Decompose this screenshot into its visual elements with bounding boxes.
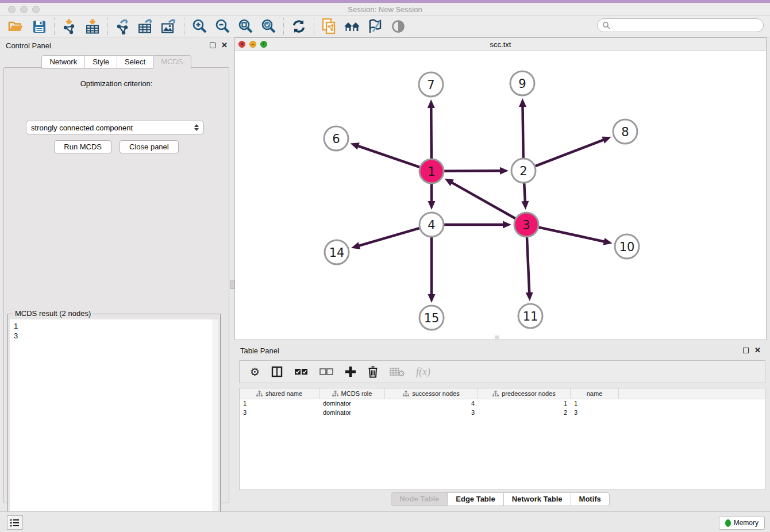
graph-node-10[interactable]: 10	[615, 234, 639, 259]
graph-node-14[interactable]: 14	[325, 240, 349, 264]
table-row[interactable]: 3dominator323	[240, 408, 765, 418]
table-cell[interactable]: 2	[478, 408, 571, 418]
table-cell[interactable]: 3	[240, 408, 319, 418]
hierarchy-icon	[256, 391, 263, 397]
graph-edge-2-3[interactable]	[524, 183, 525, 203]
export-table-button[interactable]	[134, 17, 157, 36]
graph-edge-3-1[interactable]	[451, 182, 515, 219]
graph-node-3[interactable]: 3	[514, 213, 538, 237]
table-cell[interactable]: 1	[478, 399, 571, 408]
table-cell[interactable]: 3	[385, 408, 478, 418]
table-cell[interactable]: 3	[571, 408, 619, 418]
table-header-row: shared nameMCDS rolesuccessor nodesprede…	[240, 388, 765, 399]
pane-splitter-handle[interactable]	[230, 280, 234, 289]
column-header-predecessor-nodes[interactable]: predecessor nodes	[478, 388, 571, 399]
network-from-selection-button[interactable]	[318, 17, 341, 36]
export-network-button[interactable]	[111, 17, 134, 36]
mcds-result-list[interactable]: 1 3	[10, 319, 218, 528]
memory-button[interactable]: Memory	[719, 516, 765, 530]
column-header-name[interactable]: name	[571, 388, 619, 399]
mcds-result-group: MCDS result (2 nodes) 1 3	[7, 314, 221, 530]
graph-node-6[interactable]: 6	[324, 126, 348, 151]
result-scrollbar[interactable]	[213, 319, 218, 528]
home-button[interactable]	[341, 17, 364, 36]
tab-network-table[interactable]: Network Table	[503, 492, 571, 506]
graph-edge-arrowhead	[521, 201, 529, 210]
table-cell[interactable]: 4	[385, 399, 478, 408]
run-mcds-button[interactable]: Run MCDS	[54, 140, 111, 153]
table-cell[interactable]: 1	[240, 399, 319, 408]
delete-column-button[interactable]	[368, 363, 378, 380]
search-input[interactable]	[610, 20, 763, 31]
table-cell[interactable]: 1	[571, 399, 619, 408]
float-panel-icon[interactable]	[210, 43, 215, 48]
graph-node-9[interactable]: 9	[510, 71, 534, 95]
create-column-button[interactable]	[345, 363, 356, 380]
close-panel-icon[interactable]: ✕	[754, 348, 761, 353]
graph-edge-3-11[interactable]	[527, 237, 529, 294]
canvas-resize-handle[interactable]	[495, 336, 499, 339]
import-network-icon	[61, 18, 78, 34]
table-panel-header: Table Panel ✕	[234, 342, 767, 358]
show-columns-button[interactable]	[271, 363, 283, 380]
table-row[interactable]: 1dominator411	[240, 399, 765, 408]
graph-node-4[interactable]: 4	[419, 213, 444, 237]
zoom-selected-button[interactable]	[257, 17, 280, 36]
import-table-icon	[85, 18, 100, 34]
unselect-all-button[interactable]	[319, 363, 333, 380]
zoom-out-button[interactable]	[211, 17, 234, 36]
graph-node-11[interactable]: 11	[518, 304, 542, 328]
export-image-button[interactable]	[157, 17, 180, 36]
graph-node-15[interactable]: 15	[419, 306, 444, 330]
graph-edge-3-10[interactable]	[538, 228, 605, 242]
column-header-successor-nodes[interactable]: successor nodes	[385, 388, 478, 399]
tab-node-table[interactable]: Node Table	[391, 492, 448, 506]
task-history-button[interactable]	[7, 515, 23, 530]
table-settings-button[interactable]: ⚙	[250, 363, 260, 380]
float-panel-icon[interactable]	[743, 348, 749, 353]
criterion-dropdown[interactable]: strongly connected component	[26, 121, 204, 134]
zoom-in-button[interactable]	[188, 17, 211, 36]
column-header-MCDS-role[interactable]: MCDS role	[319, 388, 385, 399]
graph-edge-2-8[interactable]	[536, 140, 605, 166]
graph-edge-arrowhead	[351, 242, 360, 249]
table-cell[interactable]: dominator	[319, 399, 385, 408]
graph-edge-1-6[interactable]	[357, 145, 419, 167]
zoom-fit-button[interactable]	[234, 17, 257, 36]
tab-select[interactable]: Select	[117, 55, 153, 69]
save-session-button[interactable]	[28, 17, 51, 36]
fx-icon: f(x)	[416, 366, 430, 378]
optimization-criterion-label: Optimization criterion:	[4, 79, 229, 88]
table-cell[interactable]: dominator	[319, 408, 385, 418]
graph-edge-1-7[interactable]	[431, 106, 432, 159]
tab-network[interactable]: Network	[41, 55, 85, 69]
tab-mcds[interactable]: MCDS	[153, 55, 191, 69]
select-all-button[interactable]	[294, 363, 308, 380]
apply-style-button[interactable]	[364, 17, 387, 36]
network-canvas[interactable]: 7968124314101511	[235, 51, 766, 340]
column-header-shared-name[interactable]: shared name	[240, 388, 319, 399]
zoom-in-icon	[191, 18, 207, 34]
delete-table-button[interactable]	[390, 363, 405, 380]
function-builder-button[interactable]: f(x)	[416, 363, 430, 380]
refresh-button[interactable]	[287, 17, 310, 36]
graph-edge-1-2[interactable]	[444, 171, 502, 171]
tab-edge-table[interactable]: Edge Table	[447, 492, 503, 506]
graph-edge-4-14[interactable]	[357, 228, 419, 246]
graph-edge-2-9[interactable]	[523, 105, 523, 158]
import-network-button[interactable]	[58, 17, 81, 36]
close-panel-button[interactable]: Close panel	[120, 140, 179, 153]
close-panel-icon[interactable]: ✕	[221, 43, 228, 48]
open-session-button[interactable]	[5, 17, 28, 36]
tab-style[interactable]: Style	[84, 55, 117, 69]
graph-node-8[interactable]: 8	[613, 119, 637, 144]
import-table-button[interactable]	[81, 17, 104, 36]
node-label: 1	[428, 165, 435, 179]
tab-motifs[interactable]: Motifs	[571, 492, 610, 506]
search-field[interactable]	[597, 18, 764, 32]
hide-details-button[interactable]	[387, 17, 410, 36]
graph-node-7[interactable]: 7	[419, 72, 443, 97]
toolbar-separator	[184, 18, 184, 35]
graph-node-2[interactable]: 2	[511, 159, 536, 183]
graph-node-1[interactable]: 1	[419, 159, 444, 183]
